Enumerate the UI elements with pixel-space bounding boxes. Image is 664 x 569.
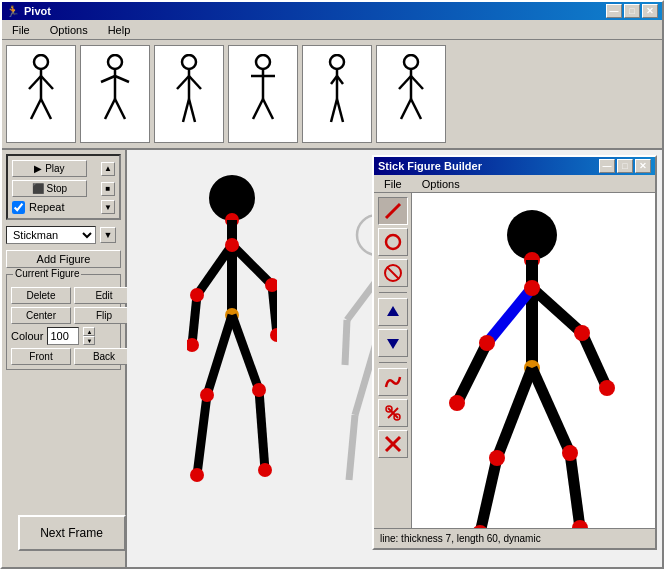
svg-line-93 [497, 368, 532, 458]
svg-line-32 [399, 76, 411, 89]
svg-line-28 [331, 99, 337, 122]
back-button[interactable]: Back [74, 348, 134, 365]
repeat-row: Repeat ▼ [12, 200, 115, 214]
front-back-actions: Front Back [11, 348, 116, 365]
svg-line-35 [411, 99, 421, 119]
svg-point-44 [225, 238, 239, 252]
sub-canvas[interactable] [412, 193, 655, 528]
title-bar: 🏃 Pivot — □ ✕ [2, 2, 662, 20]
sub-title-buttons: — □ ✕ [599, 159, 651, 173]
frame-4[interactable] [228, 45, 298, 143]
scroll-up-button[interactable]: ▲ [101, 162, 115, 176]
menu-help[interactable]: Help [102, 22, 137, 38]
frame-4-figure [243, 54, 283, 134]
svg-line-43 [272, 285, 277, 335]
colour-input[interactable]: 100 [47, 327, 79, 345]
svg-line-86 [582, 333, 607, 388]
svg-line-8 [101, 76, 115, 82]
svg-point-54 [200, 388, 214, 402]
status-text: line: thickness 7, length 60, dynamic [380, 533, 541, 544]
menu-options[interactable]: Options [44, 22, 94, 38]
minimize-button[interactable]: — [606, 4, 622, 18]
svg-line-52 [197, 395, 207, 475]
delete-button[interactable]: Delete [11, 287, 71, 304]
svg-point-91 [599, 380, 615, 396]
circle-tool-button[interactable] [378, 228, 408, 256]
svg-line-95 [480, 458, 497, 528]
colour-row: Colour 100 ▲ ▼ [11, 327, 116, 345]
sub-minimize-button[interactable]: — [599, 159, 615, 173]
svg-line-85 [532, 288, 582, 333]
svg-point-48 [270, 328, 277, 342]
repeat-checkbox[interactable] [12, 201, 25, 214]
svg-line-94 [532, 368, 570, 453]
spin-up[interactable]: ▲ [83, 327, 95, 336]
frame-6-figure [391, 54, 431, 134]
svg-point-57 [258, 463, 272, 477]
sub-tools [374, 193, 412, 528]
svg-line-17 [189, 99, 195, 122]
no-tool-icon [383, 263, 403, 283]
play-button[interactable]: ▶ Play [12, 160, 87, 177]
sub-window-title: Stick Figure Builder [378, 160, 482, 172]
builder-stickman [442, 203, 622, 528]
frame-5[interactable] [302, 45, 372, 143]
sub-close-button[interactable]: ✕ [635, 159, 651, 173]
svg-line-34 [401, 99, 411, 119]
current-figure-title: Current Figure [13, 268, 81, 279]
svg-point-98 [562, 445, 578, 461]
flip-button[interactable]: Flip [74, 307, 134, 324]
svg-point-45 [190, 288, 204, 302]
line-tool-button[interactable] [378, 197, 408, 225]
center-button[interactable]: Center [11, 307, 71, 324]
scroll-down-button[interactable]: ▼ [101, 200, 115, 214]
dropdown-arrow[interactable]: ▼ [100, 227, 116, 243]
scroll-mid-button[interactable]: ■ [101, 182, 115, 196]
main-area: ▶ Play ▲ ⬛ Stop ■ Repeat ▼ [2, 150, 662, 567]
stop-row: ⬛ Stop ■ [12, 180, 115, 197]
svg-point-24 [330, 55, 344, 69]
curve-tool-button[interactable] [378, 368, 408, 396]
add-figure-button[interactable]: Add Figure [6, 250, 121, 268]
menu-file[interactable]: File [6, 22, 36, 38]
canvas-area[interactable]: Stick Figure Builder — □ ✕ File Options [127, 150, 662, 567]
sub-menu-bar: File Options [374, 175, 655, 193]
svg-point-18 [256, 55, 270, 69]
frame-2[interactable] [80, 45, 150, 143]
stop-button[interactable]: ⬛ Stop [12, 180, 87, 197]
svg-line-71 [387, 267, 399, 279]
x-tool-button[interactable] [378, 430, 408, 458]
svg-point-0 [34, 55, 48, 69]
svg-line-16 [183, 99, 189, 122]
sub-menu-options[interactable]: Options [416, 176, 466, 192]
sub-title-bar: Stick Figure Builder — □ ✕ [374, 157, 655, 175]
maximize-button[interactable]: □ [624, 4, 640, 18]
sub-menu-file[interactable]: File [378, 176, 408, 192]
svg-line-50 [207, 315, 232, 395]
sub-maximize-button[interactable]: □ [617, 159, 633, 173]
colour-label: Colour [11, 330, 43, 342]
svg-point-12 [182, 55, 196, 69]
next-frame-button[interactable]: Next Frame [18, 515, 126, 551]
frame-6[interactable] [376, 45, 446, 143]
frame-3-figure [169, 54, 209, 134]
front-button[interactable]: Front [11, 348, 71, 365]
figure-dropdown-row: Stickman ▼ [6, 226, 121, 244]
repeat-label: Repeat [29, 201, 64, 213]
circle-tool-icon [383, 232, 403, 252]
edit-button[interactable]: Edit [74, 287, 134, 304]
figure-actions: Delete Edit Center Flip [11, 287, 116, 324]
spin-down[interactable]: ▼ [83, 336, 95, 345]
figure-select[interactable]: Stickman [6, 226, 96, 244]
svg-line-68 [386, 204, 400, 218]
move-down-tool-button[interactable] [378, 329, 408, 357]
move-up-tool-button[interactable] [378, 298, 408, 326]
title-bar-left: 🏃 Pivot [6, 5, 51, 18]
close-button[interactable]: ✕ [642, 4, 658, 18]
frame-1[interactable] [6, 45, 76, 143]
delete-circle-tool-button[interactable] [378, 259, 408, 287]
sub-content [374, 193, 655, 528]
scissors-tool-button[interactable] [378, 399, 408, 427]
svg-point-87 [524, 280, 540, 296]
frame-3[interactable] [154, 45, 224, 143]
